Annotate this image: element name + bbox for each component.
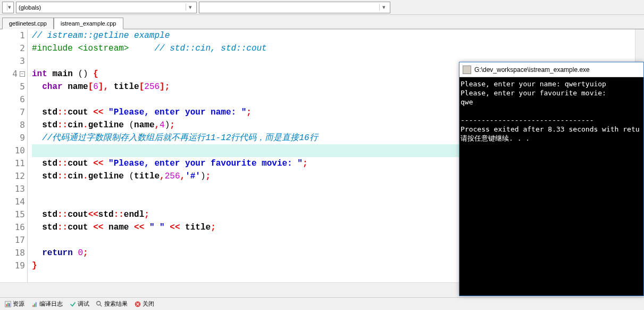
line-number: 14 bbox=[0, 195, 25, 208]
bottom-item-close[interactable]: 关闭 bbox=[132, 299, 156, 309]
report-icon bbox=[4, 300, 12, 308]
line-number: 6 bbox=[0, 93, 25, 106]
code-line[interactable]: // istream::getline example bbox=[32, 29, 644, 42]
line-number: 15 bbox=[0, 208, 25, 221]
line-number: 17 bbox=[0, 234, 25, 247]
line-number: 19 bbox=[0, 259, 25, 272]
tab-getlinetest[interactable]: getlinetest.cpp bbox=[2, 18, 54, 29]
search-icon bbox=[96, 300, 103, 308]
console-window[interactable]: G:\dev_workspace\istream_example.exe Ple… bbox=[459, 62, 644, 296]
fold-toggle-icon[interactable]: − bbox=[20, 71, 25, 77]
svg-rect-2 bbox=[7, 303, 9, 306]
svg-rect-5 bbox=[34, 304, 35, 307]
line-number-gutter: 1234−5678910111213141516171819 bbox=[0, 29, 28, 291]
line-number: 2 bbox=[0, 42, 25, 55]
line-number: 13 bbox=[0, 183, 25, 195]
chevron-down-icon: ▾ bbox=[186, 4, 194, 11]
line-number: 1 bbox=[0, 29, 25, 42]
debug-icon bbox=[69, 300, 77, 308]
svg-rect-6 bbox=[36, 302, 37, 307]
line-number: 18 bbox=[0, 247, 25, 259]
bottom-item-label: 编译日志 bbox=[39, 300, 63, 308]
line-number: 4− bbox=[0, 68, 25, 80]
log-icon bbox=[31, 300, 38, 308]
line-number: 3 bbox=[0, 55, 25, 68]
console-output: Please, enter your name: qwertyuiop Plea… bbox=[459, 77, 643, 145]
svg-rect-3 bbox=[9, 303, 10, 306]
bottom-status-bar: 资源 编译日志 调试 搜索结果 关闭 bbox=[0, 297, 644, 310]
svg-point-7 bbox=[97, 301, 101, 305]
console-titlebar[interactable]: G:\dev_workspace\istream_example.exe bbox=[459, 62, 643, 77]
svg-rect-1 bbox=[6, 304, 7, 306]
editor-tabs: getlinetest.cpp istream_example.cpp bbox=[0, 15, 644, 29]
bottom-item-label: 搜索结果 bbox=[104, 300, 128, 308]
tab-label: getlinetest.cpp bbox=[9, 20, 47, 27]
code-line[interactable]: #include <iostream> // std::cin, std::co… bbox=[32, 42, 644, 55]
bottom-item-resources[interactable]: 资源 bbox=[2, 299, 27, 309]
tab-istream-example[interactable]: istream_example.cpp bbox=[54, 18, 123, 29]
scope-dropdown[interactable]: (globals) ▾ bbox=[16, 2, 197, 13]
line-number: 10 bbox=[0, 144, 25, 157]
line-number: 12 bbox=[0, 170, 25, 183]
toolbar-combo-small[interactable]: ▾ bbox=[2, 2, 14, 13]
svg-rect-4 bbox=[33, 305, 34, 307]
line-number: 8 bbox=[0, 119, 25, 132]
line-number: 9 bbox=[0, 132, 25, 144]
bottom-item-label: 关闭 bbox=[143, 300, 154, 308]
console-title-text: G:\dev_workspace\istream_example.exe bbox=[474, 66, 590, 74]
bottom-item-compile-log[interactable]: 编译日志 bbox=[29, 299, 65, 309]
app-icon bbox=[463, 66, 471, 74]
top-toolbar: ▾ (globals) ▾ ▾ bbox=[0, 0, 644, 15]
line-number: 7 bbox=[0, 106, 25, 119]
bottom-item-search-results[interactable]: 搜索结果 bbox=[94, 299, 130, 309]
scope-dropdown-value: (globals) bbox=[19, 4, 41, 11]
symbol-dropdown[interactable]: ▾ bbox=[199, 2, 390, 13]
close-icon bbox=[134, 300, 141, 308]
bottom-item-label: 调试 bbox=[78, 300, 89, 308]
line-number: 11 bbox=[0, 157, 25, 170]
bottom-item-label: 资源 bbox=[13, 300, 24, 308]
svg-line-8 bbox=[100, 304, 102, 306]
line-number: 16 bbox=[0, 221, 25, 234]
line-number: 5 bbox=[0, 80, 25, 93]
tab-label: istream_example.cpp bbox=[61, 20, 116, 27]
bottom-item-debug[interactable]: 调试 bbox=[67, 299, 91, 309]
chevron-down-icon: ▾ bbox=[7, 4, 11, 11]
chevron-down-icon: ▾ bbox=[379, 4, 388, 11]
